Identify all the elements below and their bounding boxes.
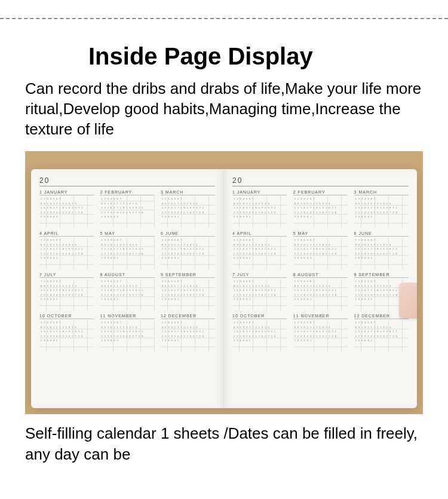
month-block: 8 AUGUST1234567 891011121314 15161718192… [293, 273, 348, 310]
month-block: 12 DECEMBER1234567 891011121314 15161718… [354, 314, 409, 351]
month-calendar-grid: 1234567 891011121314 15161718192021 2223… [354, 320, 409, 351]
months-row: 10 OCTOBER1234567 891011121314 151617181… [39, 314, 215, 351]
year-label-right: 20 [232, 176, 409, 186]
month-calendar-grid: 1234567 891011121314 15161718192021 2223… [39, 279, 94, 310]
month-calendar-grid: 1234567 891011121314 15161718192021 2223… [100, 320, 154, 351]
month-title: 2 FEBRUARY [100, 190, 154, 195]
month-calendar-grid: 1234567 891011121314 15161718192021 2223… [39, 238, 94, 269]
month-block: 1 JANUARY1234567 891011121314 1516171819… [232, 190, 287, 228]
month-title: 11 NOVEMBER [293, 314, 348, 319]
month-title: 6 JUNE [354, 231, 409, 237]
month-title: 3 MARCH [354, 190, 409, 195]
month-block: 12 DECEMBER1234567 891011121314 15161718… [161, 314, 215, 351]
month-calendar-grid: 1234567 891011121314 15161718192021 2223… [100, 238, 154, 269]
calendar-numbers: 1234567 891011121314 15161718192021 2223… [232, 279, 287, 310]
months-row: 1 JANUARY1234567 891011121314 1516171819… [232, 190, 409, 228]
months-row: 4 APRIL1234567 891011121314 151617181920… [39, 231, 215, 269]
calendar-numbers: 1234567 891011121314 15161718192021 2223… [39, 320, 94, 351]
calendar-numbers: 1234567 891011121314 15161718192021 2223… [100, 279, 154, 310]
calendar-numbers: 1234567 891011121314 15161718192021 2223… [100, 238, 154, 269]
month-calendar-grid: 1234567 891011121314 15161718192021 2223… [39, 320, 94, 351]
calendar-numbers: 1234567 891011121314 15161718192021 2223… [161, 279, 215, 310]
month-block: 4 APRIL1234567 891011121314 151617181920… [39, 231, 94, 269]
description-text: Can record the dribs and drabs of life,M… [25, 79, 423, 139]
month-block: 7 JULY1234567 891011121314 1516171819202… [232, 273, 287, 310]
month-block: 4 APRIL1234567 891011121314 151617181920… [232, 231, 287, 269]
page-title: Inside Page Display [88, 43, 360, 70]
month-calendar-grid: 1234567 891011121314 15161718192021 2223… [293, 279, 348, 310]
calendar-numbers: 1234567 891011121314 15161718192021 2223… [232, 238, 287, 269]
calendar-numbers: 1234567 891011121314 15161718192021 2223… [232, 197, 287, 228]
month-title: 1 JANUARY [39, 190, 94, 195]
month-title: 5 MAY [293, 231, 348, 237]
year-label-left: 20 [39, 176, 215, 186]
month-calendar-grid: 1234567 891011121314 15161718192021 2223… [354, 238, 409, 269]
month-block: 2 FEBRUARY1234567 891011121314 151617181… [100, 190, 154, 228]
month-block: 1 JANUARY1234567 891011121314 1516171819… [39, 190, 94, 228]
notebook-spread: 20 1 JANUARY1234567 891011121314 1516171… [31, 169, 417, 408]
calendar-numbers: 1234567 891011121314 15161718192021 2223… [39, 197, 94, 228]
month-block: 9 SEPTEMBER1234567 891011121314 15161718… [161, 273, 215, 310]
month-calendar-grid: 1234567 891011121314 15161718192021 2223… [161, 279, 215, 310]
month-calendar-grid: 1234567 891011121314 15161718192021 2223… [232, 320, 287, 351]
calendar-numbers: 1234567 891011121314 15161718192021 2223… [100, 320, 154, 351]
month-calendar-grid: 1234567 891011121314 15161718192021 2223… [39, 197, 94, 228]
month-calendar-grid: 1234567 891011121314 15161718192021 2223… [293, 238, 348, 269]
month-block: 6 JUNE1234567 891011121314 1516171819202… [161, 231, 215, 269]
caption-text: Self-filling calendar 1 sheets /Dates ca… [25, 423, 423, 465]
month-title: 9 SEPTEMBER [354, 273, 409, 278]
month-title: 12 DECEMBER [161, 314, 215, 319]
month-title: 10 OCTOBER [232, 314, 287, 319]
calendar-numbers: 1234567 891011121314 15161718192021 2223… [232, 320, 287, 351]
month-title: 9 SEPTEMBER [161, 273, 215, 278]
month-title: 7 JULY [39, 273, 94, 278]
calendar-numbers: 1234567 891011121314 15161718192021 2223… [161, 197, 215, 228]
month-title: 3 MARCH [161, 190, 215, 195]
month-title: 7 JULY [232, 273, 287, 278]
month-block: 10 OCTOBER1234567 891011121314 151617181… [39, 314, 94, 351]
month-block: 7 JULY1234567 891011121314 1516171819202… [39, 273, 94, 310]
calendar-numbers: 1234567 891011121314 15161718192021 2223… [293, 279, 348, 310]
month-block: 8 AUGUST1234567 891011121314 15161718192… [100, 273, 154, 310]
month-block: 10 OCTOBER1234567 891011121314 151617181… [232, 314, 287, 351]
calendar-numbers: 1234567 891011121314 15161718192021 2223… [354, 320, 409, 351]
month-title: 2 FEBRUARY [293, 190, 348, 195]
month-calendar-grid: 1234567 891011121314 15161718192021 2223… [100, 279, 154, 310]
calendar-numbers: 1234567 891011121314 15161718192021 2223… [39, 279, 94, 310]
calendar-numbers: 1234567 891011121314 15161718192021 2223… [293, 320, 348, 351]
month-title: 10 OCTOBER [39, 314, 94, 319]
calendar-numbers: 1234567 891011121314 15161718192021 2223… [354, 197, 409, 228]
month-title: 4 APRIL [39, 231, 94, 237]
calendar-numbers: 1234567 891011121314 15161718192021 2223… [293, 197, 348, 228]
calendar-numbers: 1234567 891011121314 15161718192021 2223… [161, 238, 215, 269]
product-photo: 20 1 JANUARY1234567 891011121314 1516171… [25, 151, 423, 414]
months-row: 10 OCTOBER1234567 891011121314 151617181… [232, 314, 409, 351]
month-block: 11 NOVEMBER1234567 891011121314 15161718… [100, 314, 154, 351]
months-row: 4 APRIL1234567 891011121314 151617181920… [232, 231, 409, 269]
calendar-numbers: 1234567 891011121314 15161718192021 2223… [293, 238, 348, 269]
month-title: 8 AUGUST [100, 273, 154, 278]
month-calendar-grid: 1234567 891011121314 15161718192021 2223… [293, 197, 348, 228]
month-title: 8 AUGUST [293, 273, 348, 278]
month-calendar-grid: 1234567 891011121314 15161718192021 2223… [232, 279, 287, 310]
month-block: 5 MAY1234567 891011121314 15161718192021… [293, 231, 348, 269]
months-row: 7 JULY1234567 891011121314 1516171819202… [39, 273, 215, 310]
month-calendar-grid: 1234567 891011121314 15161718192021 2223… [100, 197, 154, 228]
month-calendar-grid: 1234567 891011121314 15161718192021 2223… [354, 197, 409, 228]
months-row: 7 JULY1234567 891011121314 1516171819202… [232, 273, 409, 310]
calendar-numbers: 1234567 891011121314 15161718192021 2223… [39, 238, 94, 269]
calendar-numbers: 1234567 891011121314 15161718192021 2223… [354, 238, 409, 269]
month-block: 3 MARCH1234567 891011121314 151617181920… [161, 190, 215, 228]
month-title: 11 NOVEMBER [100, 314, 154, 319]
month-title: 1 JANUARY [232, 190, 287, 195]
divider-line [0, 18, 448, 19]
month-calendar-grid: 1234567 891011121314 15161718192021 2223… [232, 238, 287, 269]
month-calendar-grid: 1234567 891011121314 15161718192021 2223… [161, 320, 215, 351]
month-calendar-grid: 1234567 891011121314 15161718192021 2223… [232, 197, 287, 228]
month-block: 11 NOVEMBER1234567 891011121314 15161718… [293, 314, 348, 351]
month-block: 2 FEBRUARY1234567 891011121314 151617181… [293, 190, 348, 228]
months-row: 1 JANUARY1234567 891011121314 1516171819… [39, 190, 215, 228]
month-block: 5 MAY1234567 891011121314 15161718192021… [100, 231, 154, 269]
calendar-numbers: 1234567 891011121314 15161718192021 2223… [161, 320, 215, 351]
calendar-grid-left: 1 JANUARY1234567 891011121314 1516171819… [39, 190, 215, 351]
